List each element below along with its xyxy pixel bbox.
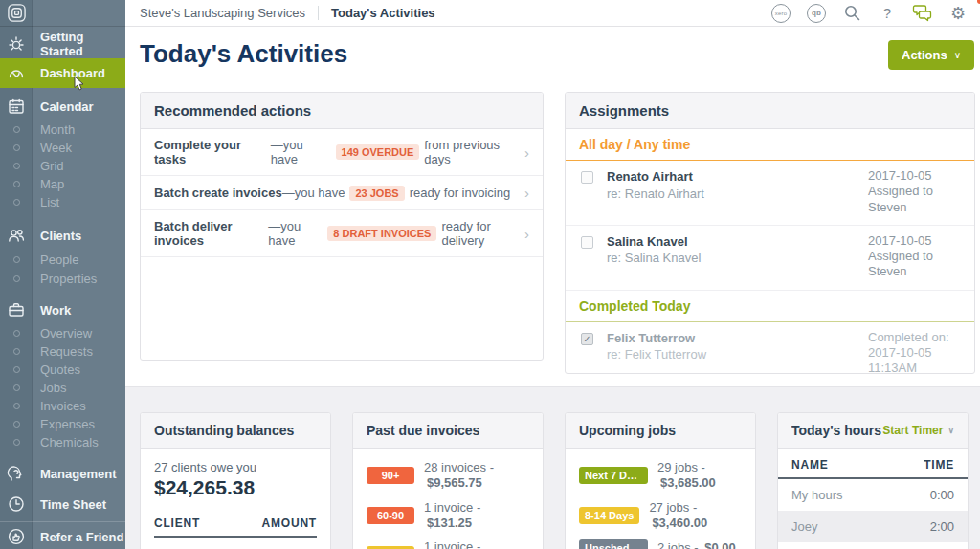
meta-line: 2017-10-05 bbox=[868, 168, 961, 184]
recommended-row-batch-create-invoices[interactable]: Batch create invoices —you have 23 JOBS … bbox=[141, 176, 543, 210]
sidebar-item-week[interactable]: Week bbox=[0, 139, 125, 157]
assignment-item-renato[interactable]: Renato Airhart re: Renato Airhart 2017-1… bbox=[566, 161, 974, 226]
column-time: TIME bbox=[924, 458, 954, 472]
sidebar-item-management[interactable]: Management bbox=[0, 459, 125, 488]
recommended-row-complete-tasks[interactable]: Complete your tasks —you have 149 OVERDU… bbox=[141, 129, 543, 176]
assignment-meta: 2017-10-05 Assigned to Steven bbox=[868, 168, 961, 215]
stat-text: 29 jobs - $3,685.00 bbox=[657, 460, 742, 492]
sidebar-item-overview[interactable]: Overview bbox=[0, 324, 125, 342]
breadcrumb-company[interactable]: Steve's Landscaping Services bbox=[140, 6, 305, 20]
sidebar-item-jobs[interactable]: Jobs bbox=[0, 379, 125, 397]
past-due-invoices-card: Past due invoices 90+ 28 invoices - $9,5… bbox=[352, 412, 544, 549]
chat-icon[interactable] bbox=[912, 3, 933, 24]
meta-line: Steven bbox=[868, 200, 961, 215]
sidebar-item-clients[interactable]: Clients bbox=[0, 221, 125, 250]
help-icon[interactable]: ? bbox=[877, 3, 898, 24]
amount-text: $9,565.75 bbox=[427, 475, 482, 490]
sidebar-item-time-sheet[interactable]: Time Sheet bbox=[0, 490, 125, 518]
column-client: CLIENT bbox=[154, 516, 200, 530]
sidebar-item-list[interactable]: List bbox=[0, 193, 125, 211]
sidebar-item-grid[interactable]: Grid bbox=[0, 157, 125, 175]
sidebar-item-requests[interactable]: Requests bbox=[0, 342, 125, 361]
bullet-icon bbox=[0, 348, 33, 355]
sidebar-item-chemicals[interactable]: Chemicals bbox=[0, 433, 125, 451]
bullet-icon bbox=[0, 384, 33, 391]
sidebar-item-label: Properties bbox=[33, 272, 97, 286]
sidebar-item-invoices[interactable]: Invoices bbox=[0, 397, 125, 415]
sidebar-item-expenses[interactable]: Expenses bbox=[0, 415, 125, 433]
actions-button-label: Actions bbox=[902, 48, 947, 62]
row-tail-text: ready for invoicing bbox=[410, 186, 511, 200]
past-due-row-90plus[interactable]: 90+ 28 invoices - $9,565.75 bbox=[367, 460, 529, 492]
chevron-right-icon: › bbox=[524, 226, 529, 242]
bullet-icon bbox=[0, 256, 33, 263]
xero-logo-icon[interactable]: xero bbox=[770, 3, 791, 24]
row-mid-text: —you have bbox=[271, 138, 331, 166]
sidebar-item-label: Dashboard bbox=[33, 66, 105, 80]
actions-button[interactable]: Actions ∨ bbox=[888, 40, 974, 70]
checkbox[interactable] bbox=[581, 236, 593, 249]
hours-row-my-hours: My hours 0:00 bbox=[778, 479, 968, 511]
sidebar-item-label: Management bbox=[33, 467, 116, 481]
assignment-name[interactable]: Renato Airhart bbox=[607, 168, 868, 186]
sidebar-item-refer-a-friend[interactable]: Refer a Friend bbox=[0, 521, 125, 549]
quickbooks-logo-icon[interactable]: qb bbox=[806, 3, 827, 24]
card-title: Assignments bbox=[566, 93, 974, 129]
assignment-item-salina[interactable]: Salina Knavel re: Salina Knavel 2017-10-… bbox=[566, 226, 974, 291]
assignment-text: Felix Tutterrow re: Felix Tutterrow bbox=[607, 330, 868, 375]
upcoming-row-8-14-days[interactable]: 8-14 Days 27 jobs - $3,460.00 bbox=[579, 500, 742, 532]
sidebar-item-label: Refer a Friend bbox=[33, 530, 123, 544]
table-header: NAME TIME bbox=[778, 449, 968, 479]
hours-row-joey: Joey 2:00 bbox=[778, 511, 968, 542]
meta-line: Completed on: bbox=[868, 330, 961, 345]
sidebar-item-getting-started[interactable]: Getting Started bbox=[0, 30, 125, 58]
sidebar-item-label: Quotes bbox=[33, 362, 80, 377]
card-title: Today's hours bbox=[791, 423, 881, 438]
sidebar-item-month[interactable]: Month bbox=[0, 121, 125, 139]
sidebar-item-map[interactable]: Map bbox=[0, 175, 125, 193]
people-icon bbox=[0, 226, 33, 245]
sidebar-item-label: List bbox=[33, 195, 59, 209]
assignment-name[interactable]: Salina Knavel bbox=[607, 233, 868, 251]
sidebar-item-label: Calendar bbox=[33, 99, 94, 114]
sidebar-item-properties[interactable]: Properties bbox=[0, 269, 125, 288]
app-logo-icon bbox=[0, 3, 33, 23]
bullet-icon bbox=[0, 421, 33, 428]
card-title: Outstanding balances bbox=[141, 413, 330, 449]
amount-text: $3,460.00 bbox=[652, 516, 707, 530]
assignment-subtitle: re: Salina Knavel bbox=[607, 250, 868, 267]
sidebar-item-quotes[interactable]: Quotes bbox=[0, 361, 125, 379]
sidebar-item-label: Grid bbox=[33, 159, 64, 173]
sidebar-item-work[interactable]: Work bbox=[0, 296, 125, 324]
assignment-item-felix-completed[interactable]: ✓ Felix Tutterrow re: Felix Tutterrow Co… bbox=[566, 322, 974, 375]
card-body: 27 clients owe you $24,265.38 CLIENT AMO… bbox=[141, 449, 330, 549]
checkbox[interactable] bbox=[581, 171, 593, 184]
sidebar-item-dashboard[interactable]: Dashboard bbox=[0, 58, 125, 88]
search-icon[interactable] bbox=[841, 3, 862, 24]
bullet-icon bbox=[0, 403, 33, 409]
checkbox-checked[interactable]: ✓ bbox=[581, 333, 593, 345]
sidebar-item-label: Week bbox=[33, 141, 72, 155]
app-logo[interactable] bbox=[0, 0, 125, 27]
upcoming-row-unscheduled[interactable]: Unschedu... 2 jobs - $0.00 bbox=[579, 539, 742, 549]
recommended-row-batch-deliver-invoices[interactable]: Batch deliver invoices —you have 8 DRAFT… bbox=[141, 210, 543, 257]
upcoming-jobs-card: Upcoming jobs Next 7 Days 29 jobs - $3,6… bbox=[565, 412, 756, 549]
breadcrumb-page: Today's Activities bbox=[331, 6, 435, 20]
sidebar-item-people[interactable]: People bbox=[0, 250, 125, 269]
clock-icon bbox=[0, 494, 33, 514]
draft-invoices-badge: 8 DRAFT INVOICES bbox=[327, 226, 436, 241]
chevron-down-icon: ∨ bbox=[954, 50, 961, 60]
assignment-name[interactable]: Felix Tutterrow bbox=[607, 330, 868, 347]
past-due-row-60-90[interactable]: 60-90 1 invoice - $131.25 bbox=[367, 500, 529, 532]
sidebar-item-calendar[interactable]: Calendar bbox=[0, 92, 125, 121]
meta-line: Assigned to bbox=[868, 184, 961, 199]
bullet-icon bbox=[0, 126, 33, 133]
upcoming-row-next-7-days[interactable]: Next 7 Days 29 jobs - $3,685.00 bbox=[579, 460, 742, 492]
calendar-icon bbox=[0, 97, 33, 116]
meta-line: 2017-10-05 bbox=[868, 345, 961, 361]
settings-gear-icon[interactable]: ⚙ bbox=[947, 3, 969, 24]
past-due-row-30-60[interactable]: 30-60 1 invoice - $315.00 bbox=[367, 539, 529, 549]
start-timer-button[interactable]: Start Timer ∨ bbox=[882, 424, 954, 437]
stat-text: 27 jobs - $3,460.00 bbox=[649, 500, 742, 532]
bullet-icon bbox=[0, 439, 33, 446]
